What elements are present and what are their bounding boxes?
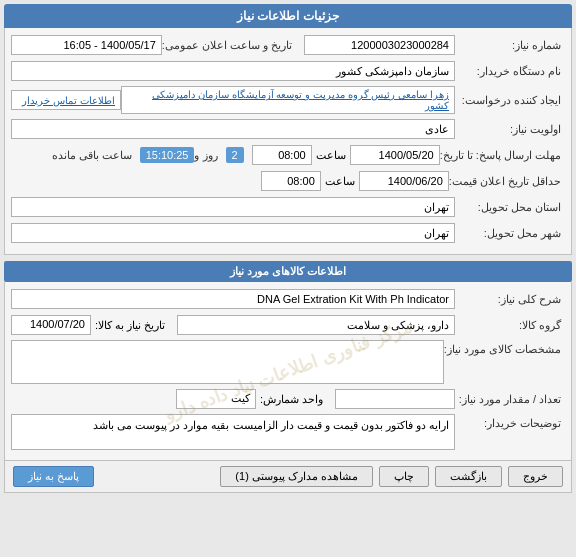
value-deadline-date: 1400/05/20 — [350, 145, 440, 165]
value-specs — [11, 340, 444, 384]
label-min-date: حداقل تاریخ اعلان قیمت: — [449, 175, 565, 188]
value-creator[interactable]: زهرا سامعی رئیس گروه مدیریت و توسعه آزما… — [121, 86, 455, 114]
info-section: شماره نیاز: 1200003023000284 تاریخ و ساع… — [4, 28, 572, 255]
label-specs: مشخصات کالای مورد نیاز: — [444, 340, 565, 356]
product-row-desc: شرح کلی نیاز: DNA Gel Extration Kit With… — [11, 288, 565, 310]
info-row-4: اولویت نیاز: عادی — [11, 118, 565, 140]
label-product-date: تاریخ نیاز به کالا: — [91, 319, 169, 332]
product-row-notes: توضیحات خریدار: ارایه دو فاکتور بدون قیم… — [11, 414, 565, 450]
label-number: شماره نیاز: — [455, 39, 565, 52]
print-button[interactable]: چاپ — [379, 466, 429, 487]
label-city: شهر محل تحویل: — [455, 227, 565, 240]
product-row-group: گروه کالا: دارو، پزشکی و سلامت تاریخ نیا… — [11, 314, 565, 336]
info-row-7: استان محل تحویل: تهران — [11, 196, 565, 218]
label-notes: توضیحات خریدار: — [455, 414, 565, 430]
info-row-8: شهر محل تحویل: تهران — [11, 222, 565, 244]
label-time-2: ساعت — [321, 175, 359, 188]
page-title: جزئیات اطلاعات نیاز — [4, 4, 572, 28]
info-row-2: نام دستگاه خریدار: سازمان دامپزشکی کشور — [11, 60, 565, 82]
info-row-6: حداقل تاریخ اعلان قیمت: 1400/06/20 ساعت … — [11, 170, 565, 192]
info-row-5: مهلت ارسال پاسخ: تا تاریخ: 1400/05/20 سا… — [11, 144, 565, 166]
remaining-days: 2 — [226, 147, 244, 163]
footer-left-buttons: خروج بازگشت چاپ مشاهده مدارک پیوستی (1) — [220, 466, 563, 487]
products-section: مرکز فناوری اطلاعات نیاد داده دارو شرح ک… — [4, 282, 572, 461]
value-province: تهران — [11, 197, 455, 217]
info-row-3: ایجاد کننده درخواست: زهرا سامعی رئیس گرو… — [11, 86, 565, 114]
label-creator: ایجاد کننده درخواست: — [455, 94, 565, 107]
product-row-specs: مشخصات کالای مورد نیاز: — [11, 340, 565, 384]
label-quantity: تعداد / مقدار مورد نیاز: — [455, 393, 565, 406]
value-min-time: 08:00 — [261, 171, 321, 191]
value-quantity — [335, 389, 455, 409]
product-row-quantity: تعداد / مقدار مورد نیاز: واحد شمارش: کیت — [11, 388, 565, 410]
value-unit: کیت — [176, 389, 256, 409]
value-min-date: 1400/06/20 — [359, 171, 449, 191]
label-date-announce: تاریخ و ساعت اعلان عمومی: — [162, 39, 296, 52]
value-general-desc: DNA Gel Extration Kit With Ph Indicator — [11, 289, 455, 309]
label-deadline: مهلت ارسال پاسخ: تا تاریخ: — [440, 149, 565, 162]
label-general-desc: شرح کلی نیاز: — [455, 293, 565, 306]
label-product-group: گروه کالا: — [455, 319, 565, 332]
view-attachments-button[interactable]: مشاهده مدارک پیوستی (1) — [220, 466, 373, 487]
days-text: روز و — [194, 149, 217, 162]
value-deadline-time: 08:00 — [252, 145, 312, 165]
label-priority: اولویت نیاز: — [455, 123, 565, 136]
reply-button[interactable]: پاسخ به نیاز — [13, 466, 94, 487]
label-time-1: ساعت — [312, 149, 350, 162]
remaining-time: 15:10:25 — [140, 147, 195, 163]
value-priority: عادی — [11, 119, 455, 139]
value-city: تهران — [11, 223, 455, 243]
products-section-title: اطلاعات کالاهای مورد نیاز — [4, 261, 572, 282]
footer-bar: خروج بازگشت چاپ مشاهده مدارک پیوستی (1) … — [4, 461, 572, 493]
value-date-announce: 1400/05/17 - 16:05 — [11, 35, 162, 55]
value-product-group: دارو، پزشکی و سلامت — [177, 315, 455, 335]
exit-button[interactable]: خروج — [508, 466, 563, 487]
info-row-1: شماره نیاز: 1200003023000284 تاریخ و ساع… — [11, 34, 565, 56]
main-container: جزئیات اطلاعات نیاز شماره نیاز: 12000030… — [0, 0, 576, 497]
value-buyer: سازمان دامپزشکی کشور — [11, 61, 455, 81]
value-number: 1200003023000284 — [304, 35, 455, 55]
value-notes: ارایه دو فاکتور بدون قیمت و قیمت دار الز… — [11, 414, 455, 450]
remaining-suffix: ساعت باقی مانده — [52, 149, 132, 162]
value-product-date: 1400/07/20 — [11, 315, 91, 335]
label-unit: واحد شمارش: — [256, 393, 327, 406]
contact-link[interactable]: اطلاعات تماس خریدار — [11, 90, 121, 110]
back-button[interactable]: بازگشت — [435, 466, 502, 487]
label-province: استان محل تحویل: — [455, 201, 565, 214]
label-buyer: نام دستگاه خریدار: — [455, 65, 565, 78]
